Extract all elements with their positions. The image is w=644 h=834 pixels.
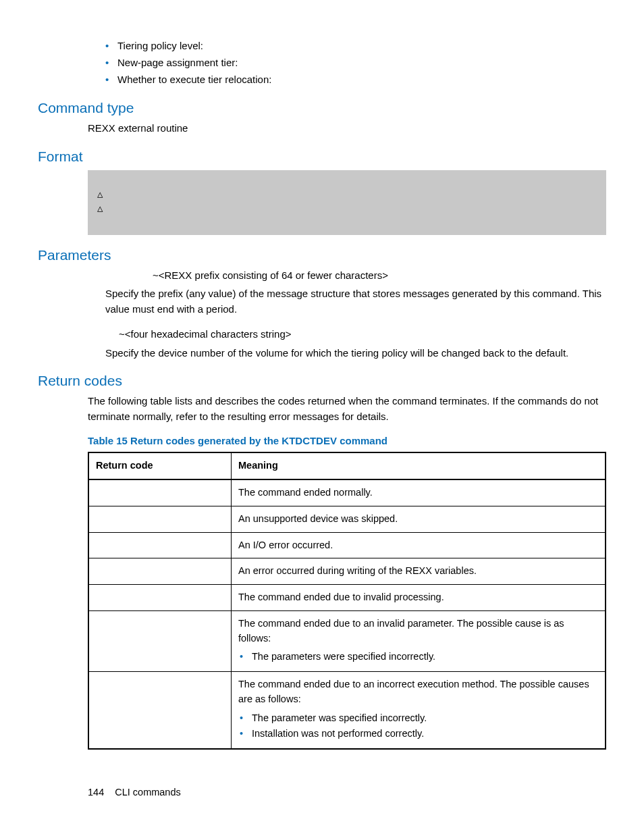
table-row: An I/O error occurred. <box>88 532 606 558</box>
return-codes-intro: The following table lists and describes … <box>88 393 606 425</box>
param-description: Specify the prefix (any value) of the me… <box>105 286 606 317</box>
cell-bullet-list: The parameter was specified incorrectly.… <box>238 711 598 742</box>
text-fragment: The command ended due to an invalid para… <box>238 618 564 644</box>
cell-return-code <box>88 558 232 585</box>
param-description: Specify the device number of the volume … <box>105 345 606 361</box>
list-item: The parameter was specified incorrectly. <box>249 711 598 726</box>
cell-meaning: The command ended due to an invalid para… <box>232 610 606 671</box>
cell-meaning: An unsupported device was skipped. <box>232 506 606 532</box>
table-row: The command ended normally. <box>88 479 606 506</box>
param-signature: ~<four hexadecimal characters string> <box>119 326 606 342</box>
intro-bullet-list: Tiering policy level: New-page assignmen… <box>38 38 606 88</box>
cell-return-code <box>88 610 232 671</box>
table-row: The command ended due to invalid process… <box>88 585 606 611</box>
text-fragment: The <box>252 712 271 723</box>
table-row: An error occurred during writing of the … <box>88 558 606 585</box>
page-number: 144 <box>88 787 104 798</box>
table-row: The command ended due to an incorrect ex… <box>88 672 606 750</box>
cell-meaning: The command ended normally. <box>232 479 606 506</box>
list-item: Installation was not performed correctly… <box>249 727 598 741</box>
code-line: △ <box>97 202 597 216</box>
cell-return-code <box>88 585 232 611</box>
table-row: The command ended due to an invalid para… <box>88 610 606 671</box>
list-item: Whether to execute tier relocation: <box>105 72 606 88</box>
text-fragment: The following table lists and describes … <box>88 395 392 407</box>
heading-return-codes: Return codes <box>38 373 606 389</box>
heading-parameters: Parameters <box>38 247 606 263</box>
footer-title: CLI commands <box>115 787 181 798</box>
table-header-meaning: Meaning <box>232 452 606 479</box>
heading-command-type: Command type <box>38 100 606 116</box>
param-signature: ~<REXX prefix consisting of 64 or fewer … <box>153 267 606 283</box>
cell-return-code <box>88 672 232 750</box>
list-item: The parameters were specified incorrectl… <box>249 650 598 664</box>
text-fragment: The command ended due to an incorrect ex… <box>238 679 589 704</box>
heading-format: Format <box>38 149 606 165</box>
code-line: △ <box>97 188 597 202</box>
table-row: An unsupported device was skipped. <box>88 506 606 532</box>
cell-meaning: An error occurred during writing of the … <box>232 558 606 585</box>
list-item: New-page assignment tier: <box>105 55 606 72</box>
return-codes-table: Return code Meaning The command ended no… <box>88 452 606 750</box>
cell-meaning: An I/O error occurred. <box>232 532 606 558</box>
cell-return-code <box>88 506 232 532</box>
cell-return-code <box>88 479 232 506</box>
cell-meaning: The command ended due to an incorrect ex… <box>232 672 606 750</box>
text-fragment: parameter was specified incorrectly. <box>271 712 427 723</box>
cell-meaning: The command ended due to invalid process… <box>232 585 606 611</box>
page-footer: 144 CLI commands <box>88 787 181 798</box>
table-header-return-code: Return code <box>88 452 232 479</box>
cell-bullet-list: The parameters were specified incorrectl… <box>238 650 598 664</box>
command-type-text: REXX external routine <box>88 120 606 136</box>
table-caption: Table 15 Return codes generated by the K… <box>88 435 606 446</box>
cell-return-code <box>88 532 232 558</box>
list-item: Tiering policy level: <box>105 38 606 55</box>
format-code-block: △ △ <box>88 170 606 235</box>
